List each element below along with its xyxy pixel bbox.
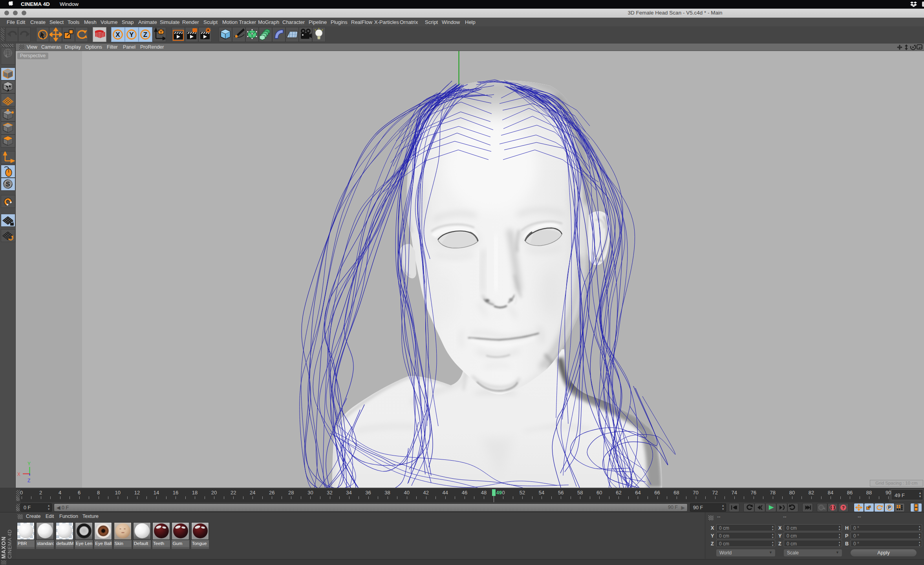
svg-text:Y: Y — [27, 461, 31, 467]
svg-text:?: ? — [842, 505, 845, 510]
svg-text:Z: Z — [143, 31, 147, 38]
svg-text:S: S — [6, 181, 10, 188]
svg-text:X: X — [115, 31, 120, 38]
svg-text:Y: Y — [129, 31, 134, 38]
svg-text:X: X — [17, 472, 20, 477]
svg-text:P: P — [888, 506, 891, 510]
svg-text:Z: Z — [27, 478, 30, 483]
